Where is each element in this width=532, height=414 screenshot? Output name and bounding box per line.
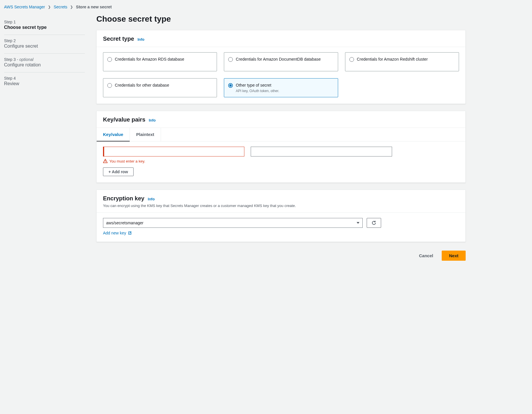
radio-label: Credentials for other database <box>115 83 169 93</box>
panel-title-kv: Key/value pairs <box>103 116 145 123</box>
radio-rds[interactable]: Credentials for Amazon RDS database <box>103 52 217 71</box>
add-row-button[interactable]: + Add row <box>103 167 134 176</box>
tab-keyvalue[interactable]: Key/value <box>97 128 130 141</box>
step-title: Choose secret type <box>4 25 85 30</box>
radio-other-db[interactable]: Credentials for other database <box>103 78 217 97</box>
radio-label: Credentials for Amazon RDS database <box>115 57 184 67</box>
caret-down-icon <box>357 222 359 224</box>
select-value: aws/secretsmanager <box>106 221 143 225</box>
info-link[interactable]: Info <box>148 197 155 201</box>
radio-icon <box>228 83 233 88</box>
sidebar-step-2[interactable]: Step 2 Configure secret <box>4 35 85 54</box>
value-input[interactable] <box>251 147 392 156</box>
chevron-right-icon: ❯ <box>48 5 51 9</box>
tab-plaintext[interactable]: Plaintext <box>130 128 161 141</box>
step-number: Step 3 - optional <box>4 57 85 62</box>
radio-label: Credentials for Amazon DocumentDB databa… <box>236 57 321 67</box>
key-error-message: You must enter a key. <box>103 159 459 163</box>
page-title: Choose secret type <box>96 14 466 24</box>
step-number: Step 2 <box>4 38 85 43</box>
kv-tabs: Key/value Plaintext <box>97 128 465 141</box>
step-title: Configure rotation <box>4 62 85 68</box>
sidebar-step-3[interactable]: Step 3 - optional Configure rotation <box>4 54 85 72</box>
panel-title-secret-type: Secret type <box>103 36 134 42</box>
chevron-right-icon: ❯ <box>70 5 73 9</box>
step-number: Step 4 <box>4 76 85 81</box>
wizard-sidebar: Step 1 Choose secret type Step 2 Configu… <box>4 13 85 261</box>
breadcrumb-current: Store a new secret <box>76 5 112 9</box>
radio-sublabel: API key, OAuth token, other. <box>236 89 279 93</box>
radio-documentdb[interactable]: Credentials for Amazon DocumentDB databa… <box>224 52 338 71</box>
radio-other-secret[interactable]: Other type of secret API key, OAuth toke… <box>224 78 338 97</box>
radio-label: Credentials for Amazon Redshift cluster <box>357 57 428 67</box>
radio-icon <box>107 57 112 62</box>
warning-icon <box>103 159 108 163</box>
step-number: Step 1 <box>4 20 85 24</box>
add-new-key-link[interactable]: Add new key <box>103 231 132 235</box>
info-link[interactable]: Info <box>138 37 145 42</box>
step-title: Configure secret <box>4 44 85 49</box>
sidebar-step-1[interactable]: Step 1 Choose secret type <box>4 16 85 35</box>
panel-title-encryption: Encryption key <box>103 195 144 202</box>
error-text: You must enter a key. <box>109 159 145 163</box>
sidebar-step-4[interactable]: Step 4 Review <box>4 72 85 91</box>
radio-icon <box>107 83 112 88</box>
refresh-button[interactable] <box>367 218 381 228</box>
breadcrumb: AWS Secrets Manager ❯ Secrets ❯ Store a … <box>4 4 522 13</box>
encryption-panel: Encryption key Info You can encrypt usin… <box>96 190 466 242</box>
encryption-key-select[interactable]: aws/secretsmanager <box>103 218 363 228</box>
footer-actions: Cancel Next <box>96 251 466 261</box>
svg-point-1 <box>105 162 106 163</box>
step-title: Review <box>4 81 85 86</box>
key-input[interactable] <box>103 147 244 156</box>
info-link[interactable]: Info <box>149 118 156 122</box>
radio-redshift[interactable]: Credentials for Amazon Redshift cluster <box>345 52 459 71</box>
step-num-text: Step 3 <box>4 57 16 62</box>
next-button[interactable]: Next <box>442 251 466 261</box>
step-optional: - optional <box>16 57 33 62</box>
radio-icon <box>228 57 233 62</box>
breadcrumb-link-secrets[interactable]: Secrets <box>54 5 67 9</box>
main-content: Choose secret type Secret type Info Cred… <box>96 13 466 261</box>
refresh-icon <box>371 220 376 225</box>
radio-label: Other type of secret <box>236 83 279 88</box>
radio-icon <box>349 57 354 62</box>
kv-pairs-panel: Key/value pairs Info Key/value Plaintext <box>96 111 466 183</box>
link-text: Add new key <box>103 231 126 235</box>
secret-type-panel: Secret type Info Credentials for Amazon … <box>96 30 466 104</box>
breadcrumb-link-root[interactable]: AWS Secrets Manager <box>4 5 45 9</box>
external-link-icon <box>128 231 132 235</box>
panel-description: You can encrypt using the KMS key that S… <box>103 204 459 208</box>
cancel-button[interactable]: Cancel <box>414 251 438 261</box>
